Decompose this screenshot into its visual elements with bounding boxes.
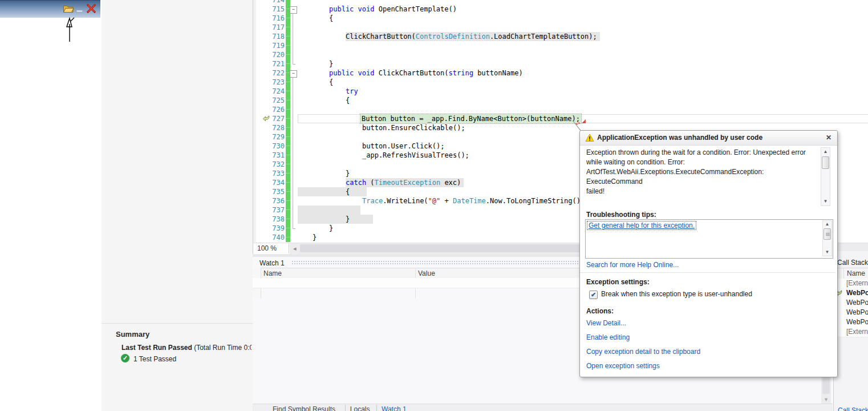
code-line[interactable]: 722public void ClickChartButton(string b…: [296, 68, 868, 78]
line-number: 731: [262, 151, 285, 160]
code-line[interactable]: 725{: [296, 96, 868, 105]
code-token: ClickChartButton(: [375, 69, 449, 77]
code-line[interactable]: 724try: [296, 87, 868, 96]
line-number: 725: [262, 96, 285, 105]
code-token: Button button = _app.Find.ByName<Button>…: [362, 115, 576, 123]
callstack-frame-label: WebPo: [846, 289, 868, 297]
popup-action-link[interactable]: Copy exception detail to the clipboard: [586, 348, 700, 356]
code-text: {: [346, 96, 350, 105]
callstack-frame-label: WebPo: [846, 308, 868, 316]
popup-action-link[interactable]: View Detail...: [586, 319, 626, 327]
line-number: 723: [262, 78, 285, 87]
fold-scope-line: [293, 13, 293, 64]
search-help-online-link[interactable]: Search for more Help Online...: [586, 261, 679, 269]
scroll-down-icon[interactable]: ▼: [823, 249, 832, 256]
vscroll-thumb[interactable]: [824, 228, 831, 240]
break-exception-checkbox[interactable]: ✔: [589, 291, 598, 299]
code-token: button.User.Click();: [362, 142, 445, 150]
tab-separator: [376, 405, 377, 411]
bottom-tab[interactable]: Watch 1: [382, 405, 407, 411]
editor-indicator-margin: [253, 0, 256, 243]
code-line[interactable]: 727Button button = _app.Find.ByName<Butt…: [296, 114, 868, 123]
editor-zoom-select[interactable]: 100 % ▾: [253, 243, 289, 253]
code-token: }: [346, 170, 350, 178]
break-exception-checkbox-label: Break when this exception type is user-u…: [601, 290, 752, 298]
tests-passed-count[interactable]: 1 Test Passed: [133, 355, 176, 363]
code-line[interactable]: 718ClickChartButton(ControlsDefinition.L…: [296, 32, 868, 41]
call-stack-column-name[interactable]: Name: [847, 269, 865, 277]
callstack-row[interactable]: [Externa: [834, 279, 868, 289]
line-number: 729: [262, 132, 285, 142]
close-icon[interactable]: ✕: [824, 133, 833, 142]
scroll-down-icon[interactable]: ▼: [821, 198, 830, 206]
code-line[interactable]: 720: [296, 50, 868, 59]
line-number: 724: [262, 87, 285, 96]
code-token: {: [346, 188, 350, 196]
code-line[interactable]: 714: [296, 0, 868, 5]
code-text: Trace.WriteLine("@" + DateTime.Now.ToLon…: [362, 196, 589, 206]
scroll-up-icon[interactable]: ▲: [821, 148, 830, 156]
line-number: 733: [262, 169, 285, 178]
line-number: 714: [262, 0, 285, 5]
bottom-tab[interactable]: Find Symbol Results: [273, 405, 335, 411]
code-token: [354, 69, 358, 77]
call-stack-title: Call Stack: [837, 259, 868, 267]
code-line[interactable]: 721}: [296, 59, 868, 68]
code-token: exc): [440, 179, 461, 187]
scroll-left-icon[interactable]: ◂: [293, 245, 297, 252]
watch-column-value[interactable]: Value: [418, 269, 435, 277]
code-line[interactable]: 716{: [296, 14, 868, 23]
callstack-row[interactable]: [Externa: [834, 327, 868, 337]
callstack-frame-label: WebPo: [846, 299, 868, 307]
popup-action-link[interactable]: Open exception settings: [586, 362, 660, 370]
popup-separator: [580, 272, 836, 273]
code-token: string: [449, 69, 473, 77]
collapse-region-icon[interactable]: −: [290, 70, 297, 78]
code-token: catch: [346, 179, 366, 187]
collapse-region-icon[interactable]: −: [290, 6, 297, 14]
callstack-row[interactable]: WebPo: [834, 317, 868, 328]
callstack-row[interactable]: WebPo: [834, 288, 868, 299]
tips-scrollbar[interactable]: ▲ ▼: [822, 220, 832, 256]
line-number: 718: [262, 32, 285, 41]
vscroll-thumb[interactable]: [822, 156, 829, 169]
callstack-row[interactable]: WebPo: [834, 308, 868, 318]
code-line[interactable]: 717: [296, 23, 868, 32]
last-run-detail: (Total Run Time 0:06:1: [192, 344, 252, 352]
watch-panel-title: Watch 1: [259, 259, 285, 267]
code-token: }: [346, 215, 350, 223]
get-general-help-link[interactable]: Get general help for this exception.: [587, 221, 696, 229]
code-line[interactable]: 723{: [296, 78, 868, 87]
scroll-down-icon[interactable]: ▼: [824, 397, 829, 402]
line-number: 717: [262, 23, 285, 32]
code-line[interactable]: 726: [296, 105, 868, 114]
code-line[interactable]: 715public void OpenChartTemplate(): [296, 5, 868, 14]
line-number: 739: [262, 224, 285, 233]
test-results-panel: Summary Last Test Run Passed (Total Run …: [102, 0, 253, 411]
call-stack-column-header: Name: [834, 268, 868, 279]
code-token: {: [346, 96, 350, 104]
line-number: 720: [262, 50, 285, 59]
warning-icon: [585, 134, 594, 144]
hscroll-thumb[interactable]: [300, 244, 585, 252]
scroll-up-icon[interactable]: ▲: [823, 221, 832, 228]
screen: Summary Last Test Run Passed (Total Run …: [0, 0, 868, 411]
bottom-tab[interactable]: Locals: [350, 405, 370, 411]
line-number: 726: [262, 105, 285, 114]
track-changes-bar: [286, 0, 290, 242]
coverage-highlight: [298, 215, 373, 224]
open-folder-icon[interactable]: [63, 3, 74, 15]
call-stack-bottom-tab[interactable]: Call Stack: [838, 406, 868, 411]
line-number: 716: [262, 14, 285, 23]
callstack-row[interactable]: WebPo: [834, 298, 868, 308]
close-icon[interactable]: [86, 3, 97, 14]
code-line[interactable]: 719: [296, 41, 868, 50]
line-number: 735: [262, 187, 285, 196]
coverage-highlight: [298, 206, 360, 215]
code-text: ClickChartButton(ControlsDefinition.Load…: [346, 32, 600, 41]
popup-action-link[interactable]: Enable editing: [586, 333, 630, 341]
code-token: "@": [428, 197, 441, 205]
exception-message-scrollbar[interactable]: ▲ ▼: [821, 147, 830, 206]
watch-column-name[interactable]: Name: [263, 269, 282, 277]
line-number: 740: [262, 233, 285, 242]
